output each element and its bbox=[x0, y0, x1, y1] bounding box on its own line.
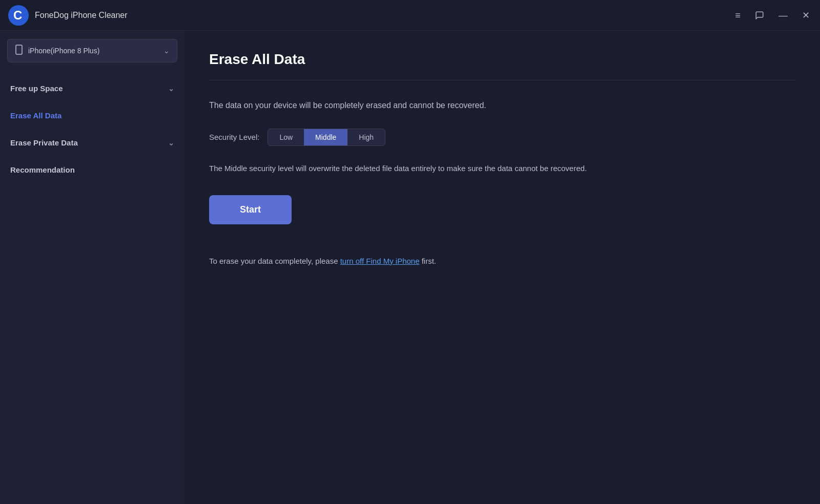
device-name: iPhone(iPhone 8 Plus) bbox=[28, 47, 99, 55]
svg-rect-2 bbox=[16, 45, 22, 54]
divider bbox=[209, 80, 795, 80]
chevron-icon: ⌄ bbox=[168, 85, 174, 93]
description-text: The data on your device will be complete… bbox=[209, 99, 795, 112]
sidebar-item-label: Free up Space bbox=[10, 84, 63, 93]
start-button[interactable]: Start bbox=[209, 195, 292, 224]
security-level-row: Security Level: Low Middle High bbox=[209, 129, 795, 146]
main-layout: iPhone(iPhone 8 Plus) ⌄ Free up Space ⌄ … bbox=[0, 31, 820, 504]
sidebar-item-erase-all-data[interactable]: Erase All Data bbox=[0, 102, 184, 129]
security-level-low[interactable]: Low bbox=[268, 129, 304, 145]
chat-button[interactable] bbox=[753, 9, 766, 22]
app-logo: C bbox=[8, 5, 29, 26]
minimize-button[interactable]: — bbox=[776, 9, 790, 22]
find-my-iphone-pre: To erase your data completely, please bbox=[209, 257, 340, 265]
svg-text:C: C bbox=[13, 8, 22, 22]
app-title: FoneDog iPhone Cleaner bbox=[35, 11, 128, 20]
security-level-selector: Low Middle High bbox=[268, 129, 385, 146]
phone-icon bbox=[15, 45, 23, 57]
sidebar-item-label: Erase All Data bbox=[10, 111, 61, 120]
security-level-label: Security Level: bbox=[209, 133, 259, 141]
find-my-iphone-text: To erase your data completely, please tu… bbox=[209, 255, 795, 267]
menu-button[interactable]: ≡ bbox=[733, 9, 743, 22]
chevron-icon: ⌄ bbox=[168, 139, 174, 147]
title-bar-left: C FoneDog iPhone Cleaner bbox=[8, 5, 128, 26]
close-button[interactable]: ✕ bbox=[800, 9, 812, 22]
sidebar-item-label: Erase Private Data bbox=[10, 138, 78, 147]
sidebar: iPhone(iPhone 8 Plus) ⌄ Free up Space ⌄ … bbox=[0, 31, 184, 504]
sidebar-item-free-up-space[interactable]: Free up Space ⌄ bbox=[0, 75, 184, 102]
sidebar-item-erase-private-data[interactable]: Erase Private Data ⌄ bbox=[0, 129, 184, 156]
content-area: Erase All Data The data on your device w… bbox=[184, 31, 820, 504]
page-title: Erase All Data bbox=[209, 51, 795, 68]
title-bar-controls: ≡ — ✕ bbox=[733, 9, 812, 22]
title-bar: C FoneDog iPhone Cleaner ≡ — ✕ bbox=[0, 0, 820, 31]
sidebar-item-recommendation[interactable]: Recommendation bbox=[0, 156, 184, 183]
sidebar-nav: Free up Space ⌄ Erase All Data Erase Pri… bbox=[0, 71, 184, 187]
find-my-iphone-post: first. bbox=[420, 257, 437, 265]
security-level-middle[interactable]: Middle bbox=[304, 129, 347, 145]
security-description: The Middle security level will overwrite… bbox=[209, 162, 795, 175]
device-selector-left: iPhone(iPhone 8 Plus) bbox=[15, 45, 99, 57]
find-my-iphone-link[interactable]: turn off Find My iPhone bbox=[340, 257, 420, 265]
chevron-down-icon: ⌄ bbox=[163, 47, 170, 55]
device-selector[interactable]: iPhone(iPhone 8 Plus) ⌄ bbox=[7, 39, 177, 62]
sidebar-item-label: Recommendation bbox=[10, 165, 75, 174]
security-level-high[interactable]: High bbox=[347, 129, 385, 145]
